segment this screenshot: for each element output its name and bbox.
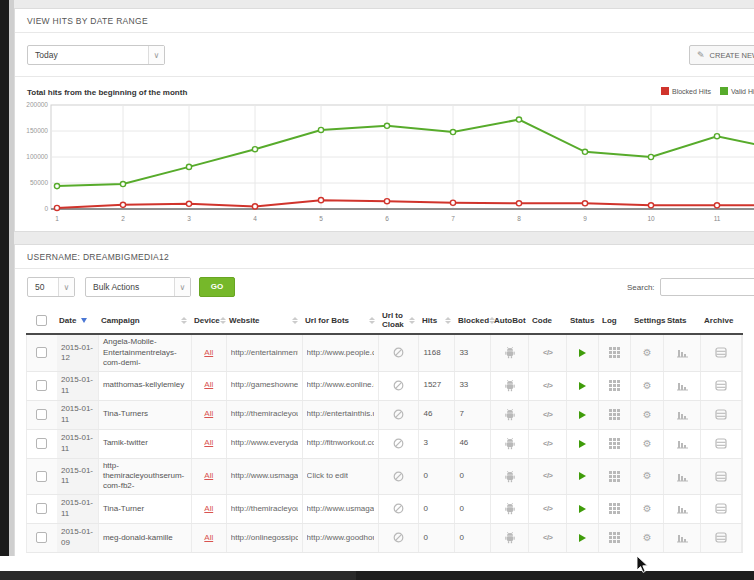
cloak-disabled-icon[interactable] [379,524,419,552]
website-url[interactable]: http://entertainmentrelays... [231,348,298,358]
website-url[interactable]: http://themiracleyouthser... [231,409,298,419]
archive-icon[interactable] [701,335,742,370]
website-url[interactable]: http://gameshownews.net [231,380,298,390]
stats-chart-icon[interactable] [664,401,701,429]
url-for-bots[interactable]: http://www.usmagazine.c... [307,504,375,514]
row-checkbox[interactable] [36,347,47,358]
archive-icon[interactable] [701,459,742,494]
device-link[interactable]: All [204,409,213,419]
log-grid-icon[interactable] [599,459,631,494]
stats-chart-icon[interactable] [664,459,701,494]
play-icon[interactable] [567,524,599,552]
stats-chart-icon[interactable] [664,430,701,458]
log-grid-icon[interactable] [599,524,631,552]
website-url[interactable]: http://themiracleyouthser... [231,504,298,514]
code-icon[interactable]: </> [529,401,567,429]
gear-icon[interactable]: ⚙ [631,524,664,552]
archive-icon[interactable] [701,524,742,552]
gear-icon[interactable]: ⚙ [631,401,664,429]
url-for-bots[interactable]: http://fitnworkout.com/ [307,438,375,448]
log-grid-icon[interactable] [599,430,631,458]
svg-text:200000: 200000 [26,101,48,108]
row-checkbox[interactable] [36,503,47,514]
log-grid-icon[interactable] [599,401,631,429]
log-grid-icon[interactable] [599,335,631,370]
code-icon[interactable]: </> [529,430,567,458]
play-icon[interactable] [567,335,599,370]
url-for-bots[interactable]: Click to edit [307,471,348,481]
android-icon[interactable] [491,401,529,429]
cloak-disabled-icon[interactable] [379,372,419,400]
url-for-bots[interactable]: http://entertainthis.usatod... [307,409,375,419]
search-input[interactable] [660,278,754,296]
cloak-disabled-icon[interactable] [379,335,419,370]
android-icon[interactable] [491,459,529,494]
device-link[interactable]: All [204,471,213,481]
row-checkbox[interactable] [36,380,47,391]
archive-icon[interactable] [701,372,742,400]
column-header-date[interactable]: Date [56,307,98,333]
code-icon[interactable]: </> [529,372,567,400]
website-url[interactable]: http://www.everydayfitnes... [231,438,298,448]
website-url[interactable]: http://www.usmagazine.c... [231,471,298,481]
row-checkbox[interactable] [36,471,47,482]
log-grid-icon[interactable] [599,372,631,400]
date-range-select[interactable]: Today ∨ [27,45,165,65]
device-link[interactable]: All [204,380,213,390]
device-link[interactable]: All [204,533,213,543]
android-icon[interactable] [491,430,529,458]
code-icon[interactable]: </> [529,524,567,552]
column-header-url_cloak[interactable]: Url to Cloak [379,307,419,333]
gear-icon[interactable]: ⚙ [631,495,664,523]
website-url[interactable]: http://onlinegossipchann... [231,533,298,543]
stats-chart-icon[interactable] [664,335,701,370]
archive-icon[interactable] [701,430,742,458]
device-link[interactable]: All [204,348,213,358]
column-header-url_bots[interactable]: Url for Bots [302,307,379,333]
page-size-select[interactable]: 50 ∨ [27,277,75,297]
android-icon[interactable] [491,495,529,523]
cloak-disabled-icon[interactable] [379,401,419,429]
bulk-actions-select[interactable]: Bulk Actions ∨ [85,277,191,297]
log-grid-icon[interactable] [599,495,631,523]
gear-icon[interactable]: ⚙ [631,459,664,494]
select-all-checkbox[interactable] [36,315,47,326]
row-checkbox[interactable] [36,532,47,543]
device-link[interactable]: All [204,504,213,514]
column-header-blocked[interactable]: Blocked [455,307,491,333]
archive-icon[interactable] [701,495,742,523]
android-icon[interactable] [491,335,529,370]
play-icon[interactable] [567,430,599,458]
stats-chart-icon[interactable] [664,524,701,552]
code-icon[interactable]: </> [529,335,567,370]
device-link[interactable]: All [204,438,213,448]
row-checkbox[interactable] [36,409,47,420]
play-icon[interactable] [567,401,599,429]
stats-chart-icon[interactable] [664,495,701,523]
go-button[interactable]: GO [199,277,235,297]
column-header-website[interactable]: Website [226,307,302,333]
url-for-bots[interactable]: http://www.eonline.com/n... [307,380,375,390]
android-icon[interactable] [491,524,529,552]
gear-icon[interactable]: ⚙ [631,372,664,400]
play-icon[interactable] [567,459,599,494]
stats-chart-icon[interactable] [664,372,701,400]
gear-icon[interactable]: ⚙ [631,430,664,458]
create-campaign-button[interactable]: ✎ CREATE NEW CAMPAIGN [689,45,754,65]
archive-icon[interactable] [701,401,742,429]
column-header-campaign[interactable]: Campaign [98,307,191,333]
play-icon[interactable] [567,372,599,400]
code-icon[interactable]: </> [529,495,567,523]
android-icon[interactable] [491,372,529,400]
cloak-disabled-icon[interactable] [379,430,419,458]
cloak-disabled-icon[interactable] [379,495,419,523]
column-header-hits[interactable]: Hits [419,307,455,333]
gear-icon[interactable]: ⚙ [631,335,664,370]
play-icon[interactable] [567,495,599,523]
code-icon[interactable]: </> [529,459,567,494]
url-for-bots[interactable]: http://www.people.com/ar... [307,348,375,358]
url-for-bots[interactable]: http://www.goodhouseke... [307,533,375,543]
cloak-disabled-icon[interactable] [379,459,419,494]
column-header-device[interactable]: Device [191,307,226,333]
row-checkbox[interactable] [36,438,47,449]
